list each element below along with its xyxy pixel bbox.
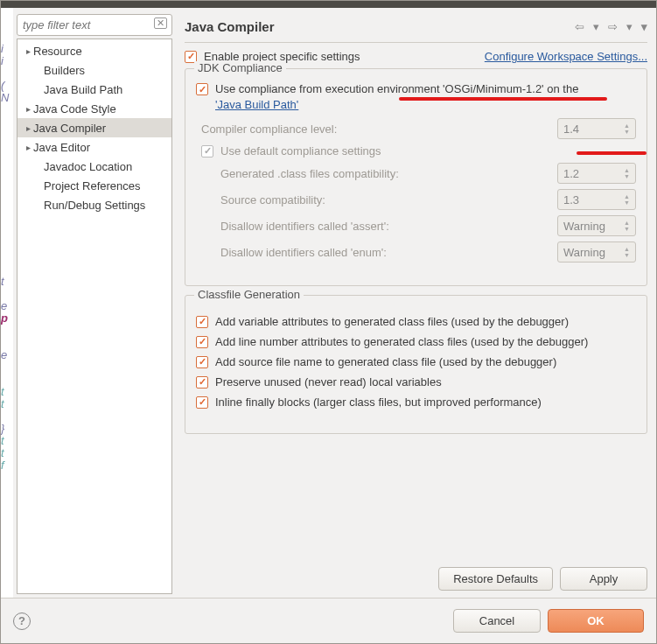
clear-filter-icon[interactable]: ✕: [154, 18, 167, 29]
help-icon[interactable]: ?: [13, 612, 31, 630]
cf4-label: Preserve unused (never read) local varia…: [215, 375, 442, 388]
spinner-arrows-icon: ▲▼: [624, 194, 630, 206]
disallow-enum-spinner: Warning ▲▼: [557, 242, 636, 262]
tree-item-project-references[interactable]: Project References: [17, 176, 171, 195]
compiler-level-value: 1.4: [563, 122, 579, 136]
cf1-label: Add variable attributes to generated cla…: [215, 315, 569, 328]
page-header: Java Compiler ⇦ ▾ ⇨ ▾ ▾: [185, 14, 647, 38]
forward-menu-icon[interactable]: ▾: [626, 20, 633, 33]
cf3-checkbox[interactable]: [196, 356, 208, 368]
spinner-arrows-icon: ▲▼: [624, 220, 630, 232]
disallow-assert-spinner: Warning ▲▼: [557, 215, 636, 236]
cf-row-3: Add source file name to generated class …: [196, 355, 636, 368]
src-compat-label: Source compatibility:: [220, 193, 325, 206]
cf-group-title: Classfile Generation: [194, 288, 304, 301]
tree-item-java-code-style[interactable]: ▸Java Code Style: [17, 99, 171, 118]
compiler-level-label: Compiler compliance level:: [201, 122, 337, 136]
title-bar[interactable]: [1, 1, 656, 8]
dialog-footer: ? Cancel OK: [1, 598, 656, 643]
tree-label: Java Editor: [33, 141, 90, 154]
expand-icon[interactable]: ▸: [23, 143, 33, 152]
use-default-checkbox: [201, 145, 213, 158]
cf-row-1: Add variable attributes to generated cla…: [196, 315, 636, 328]
src-compat-spinner: 1.3 ▲▼: [557, 189, 636, 210]
cf2-label: Add line number attributes to generated …: [215, 335, 588, 348]
expand-icon[interactable]: ▸: [23, 123, 33, 133]
disallow-enum-value: Warning: [563, 246, 605, 259]
cf5-label: Inline finally blocks (larger class file…: [215, 396, 542, 409]
jdk-compliance-group: JDK Compliance Use compliance from execu…: [185, 68, 647, 286]
disallow-enum-row: Disallow identifiers called 'enum': Warn…: [196, 242, 636, 262]
gen-class-label: Generated .class files compatibility:: [220, 167, 399, 180]
restore-defaults-button[interactable]: Restore Defaults: [438, 567, 553, 591]
tree-item-resource[interactable]: ▸Resource: [17, 41, 171, 60]
ok-button[interactable]: OK: [548, 609, 644, 633]
sidebar: ✕ ▸Resource Builders Java Build Path ▸Ja…: [13, 8, 176, 598]
src-compat-row: Source compatibility: 1.3 ▲▼: [196, 189, 636, 210]
separator: [185, 42, 647, 43]
compiler-level-spinner: 1.4 ▲▼: [557, 118, 636, 139]
cf-row-4: Preserve unused (never read) local varia…: [196, 375, 636, 388]
tree-item-java-build-path[interactable]: Java Build Path: [17, 80, 171, 99]
tree-label: Builders: [44, 64, 85, 77]
tree-label: Java Compiler: [33, 122, 106, 135]
filter-box: ✕: [17, 14, 172, 36]
tree-item-javadoc-location[interactable]: Javadoc Location: [17, 157, 171, 176]
gen-class-value: 1.2: [563, 167, 579, 180]
src-compat-value: 1.3: [563, 193, 579, 206]
java-build-path-link[interactable]: 'Java Build Path': [215, 98, 298, 111]
tree-label: Project References: [44, 179, 141, 192]
cf2-checkbox[interactable]: [196, 336, 208, 348]
cf-row-2: Add line number attributes to generated …: [196, 335, 636, 348]
tree-label: Javadoc Location: [44, 160, 132, 173]
forward-icon[interactable]: ⇨: [608, 20, 618, 33]
back-icon[interactable]: ⇦: [575, 20, 584, 33]
use-default-row: Use default compliance settings: [196, 144, 636, 158]
tree-label: Java Build Path: [44, 83, 122, 96]
red-annotation-1: [399, 97, 607, 101]
red-annotation-2: [577, 151, 647, 155]
tree-item-java-compiler[interactable]: ▸Java Compiler: [17, 118, 171, 137]
disallow-enum-label: Disallow identifiers called 'enum':: [220, 246, 387, 259]
cf3-label: Add source file name to generated class …: [215, 355, 556, 368]
expand-icon[interactable]: ▸: [23, 46, 33, 56]
spinner-arrows-icon: ▲▼: [624, 168, 630, 179]
compiler-level-row: Compiler compliance level: 1.4 ▲▼: [196, 118, 636, 139]
disallow-assert-label: Disallow identifiers called 'assert':: [220, 220, 389, 233]
filter-input[interactable]: [17, 14, 172, 36]
tree-label: Run/Debug Settings: [44, 199, 145, 212]
configure-workspace-link[interactable]: Configure Workspace Settings...: [485, 50, 647, 63]
gen-class-spinner: 1.2 ▲▼: [557, 163, 636, 184]
tree-item-run-debug[interactable]: Run/Debug Settings: [17, 195, 171, 214]
tree-item-java-editor[interactable]: ▸Java Editor: [17, 137, 171, 157]
back-menu-icon[interactable]: ▾: [593, 20, 599, 33]
disallow-assert-row: Disallow identifiers called 'assert': Wa…: [196, 215, 636, 236]
tree-label: Resource: [33, 45, 82, 58]
use-default-label: Use default compliance settings: [220, 144, 381, 158]
apply-button[interactable]: Apply: [560, 567, 647, 591]
cf1-checkbox[interactable]: [196, 316, 208, 328]
cf5-checkbox[interactable]: [196, 396, 208, 409]
cf-row-5: Inline finally blocks (larger class file…: [196, 396, 636, 409]
gen-class-row: Generated .class files compatibility: 1.…: [196, 163, 636, 184]
cf4-checkbox[interactable]: [196, 376, 208, 388]
spinner-arrows-icon: ▲▼: [624, 247, 630, 258]
tree-label: Java Code Style: [33, 102, 116, 116]
tree-item-builders[interactable]: Builders: [17, 60, 171, 80]
editor-gutter: ii (N t ep e tt } ttf: [1, 8, 13, 598]
classfile-generation-group: Classfile Generation Add variable attrib…: [185, 295, 647, 434]
page-button-row: Restore Defaults Apply: [185, 567, 647, 598]
main-area: ii (N t ep e tt } ttf ✕ ▸Resource Builde…: [1, 8, 656, 598]
use-compliance-row: Use compliance from execution environmen…: [196, 81, 636, 113]
page-title: Java Compiler: [185, 19, 275, 34]
spinner-arrows-icon: ▲▼: [624, 123, 630, 135]
view-menu-icon[interactable]: ▾: [641, 20, 647, 33]
cancel-button[interactable]: Cancel: [453, 609, 541, 633]
properties-dialog: ii (N t ep e tt } ttf ✕ ▸Resource Builde…: [0, 0, 657, 644]
category-tree[interactable]: ▸Resource Builders Java Build Path ▸Java…: [17, 38, 172, 594]
nav-icons: ⇦ ▾ ⇨ ▾ ▾: [575, 20, 647, 33]
jdk-group-title: JDK Compliance: [194, 61, 286, 74]
content-pane: Java Compiler ⇦ ▾ ⇨ ▾ ▾ Enable project s…: [176, 8, 656, 598]
use-compliance-checkbox[interactable]: [196, 83, 208, 95]
expand-icon[interactable]: ▸: [23, 104, 33, 114]
